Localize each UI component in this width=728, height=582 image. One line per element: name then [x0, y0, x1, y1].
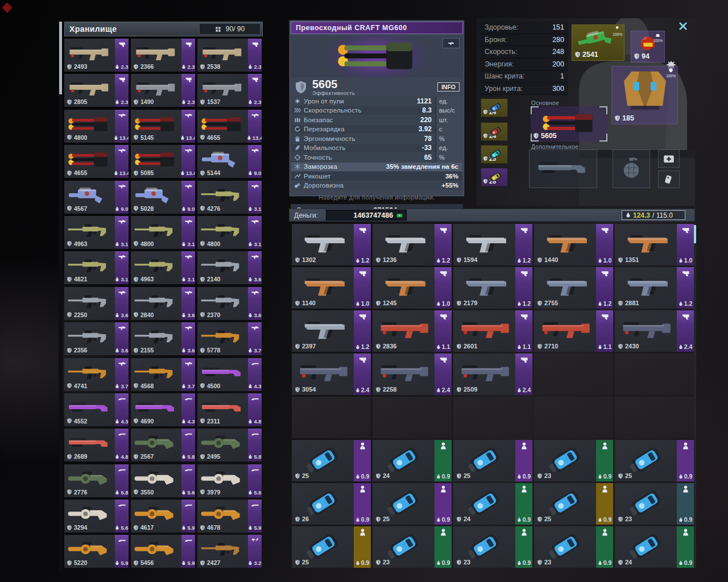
item-cell[interactable]: 0.925 — [373, 483, 452, 525]
item-cell[interactable]: 3.75778 — [197, 322, 262, 355]
item-cell[interactable]: 2.43054 — [292, 354, 371, 395]
item-cell[interactable]: 0.925 — [292, 440, 371, 481]
item-cell[interactable]: 0.923 — [453, 526, 532, 568]
item-cell[interactable]: 4.82689 — [64, 429, 129, 462]
item-cell[interactable]: 3.14821 — [64, 251, 129, 284]
quick-slot[interactable]: 26 — [481, 168, 508, 186]
primary-weapon-slot[interactable]: 5605 — [531, 106, 607, 142]
item-cell[interactable]: 1.01140 — [292, 267, 371, 309]
item-cell[interactable]: 1.01351 — [615, 224, 694, 265]
item-cell[interactable]: 3.14800 — [131, 216, 195, 249]
grenade-slot[interactable] — [613, 149, 650, 188]
item-cell[interactable]: 3.22427 — [197, 535, 262, 568]
tag-slot[interactable] — [658, 171, 680, 188]
item-cell[interactable]: 5.95456 — [131, 535, 195, 568]
item-cell[interactable]: 1.21594 — [453, 224, 532, 265]
item-cell[interactable]: 3.62356 — [64, 322, 129, 355]
item-cell[interactable]: 2.42509 — [453, 354, 532, 395]
grid-view-icon[interactable] — [215, 26, 221, 32]
item-cell[interactable]: 2.32366 — [131, 39, 195, 72]
quick-slot[interactable]: 24 — [481, 98, 508, 117]
item-cell[interactable]: 1.01245 — [373, 267, 452, 309]
item-cell[interactable]: 1.12601 — [453, 310, 532, 352]
item-cell[interactable]: 4.34690 — [131, 393, 195, 426]
item-cell[interactable]: 5.82495 — [197, 429, 262, 462]
item-cell[interactable]: 1.21302 — [292, 224, 371, 265]
inventory-scrollbar-handle[interactable] — [694, 225, 696, 243]
secondary-weapon-slot[interactable] — [529, 149, 597, 188]
item-cell[interactable]: 2.32538 — [197, 39, 262, 72]
item-cell[interactable]: 1.12836 — [373, 310, 452, 352]
equipped-gadget-slot[interactable]: 100% 2541 — [572, 24, 624, 61]
item-cell[interactable]: 0.923 — [534, 526, 613, 568]
item-cell[interactable]: 0.924 — [373, 440, 452, 481]
item-cell[interactable]: 0.924 — [615, 526, 694, 568]
item-cell[interactable]: 13.44655 — [64, 145, 129, 178]
item-cell[interactable]: 2.42258 — [373, 354, 452, 395]
storage-scrollbar-handle[interactable] — [59, 22, 62, 94]
item-cell[interactable]: 3.14276 — [197, 181, 262, 214]
item-cell[interactable]: 13.45145 — [131, 110, 195, 143]
item-cell[interactable]: 13.44800 — [64, 110, 129, 143]
info-button[interactable]: INFO — [437, 82, 460, 92]
item-cell[interactable]: 0.924 — [453, 483, 532, 525]
item-cell[interactable]: 2.42430 — [615, 310, 694, 352]
item-cell[interactable]: 4.82311 — [197, 393, 262, 426]
item-cell[interactable]: 2.32493 — [64, 39, 129, 72]
quick-slot[interactable]: 24 — [481, 122, 508, 141]
item-cell[interactable]: 3.62155 — [131, 322, 195, 355]
item-cell[interactable]: 3.74568 — [131, 358, 195, 391]
item-cell[interactable]: 3.14800 — [197, 216, 262, 249]
medkit-slot[interactable] — [658, 149, 680, 168]
item-cell[interactable]: 0.923 — [373, 526, 452, 568]
item-cell[interactable]: 5.63294 — [64, 500, 129, 533]
storage-scrollbar[interactable] — [59, 22, 63, 573]
item-cell[interactable]: 1.22881 — [615, 267, 694, 309]
item-cell[interactable]: 2.31490 — [131, 74, 195, 107]
item-cell[interactable]: 1.22397 — [292, 310, 371, 352]
item-cell[interactable]: 1.22755 — [534, 267, 613, 309]
shield-icon — [456, 300, 462, 306]
item-cell[interactable]: 2.31537 — [197, 74, 262, 107]
equipped-helmet-slot[interactable]: 100% 94 — [631, 31, 665, 63]
equipped-chest-slot[interactable]: 100% 185 — [611, 66, 678, 124]
item-cell[interactable]: 1.12710 — [534, 310, 613, 352]
item-cell[interactable]: 3.14963 — [64, 216, 129, 249]
item-cell[interactable]: 3.14963 — [131, 251, 195, 284]
shield-icon — [375, 516, 381, 522]
item-cell[interactable]: 0.925 — [453, 440, 532, 481]
item-cell[interactable]: 0.923 — [615, 483, 694, 525]
item-cell[interactable]: 3.62250 — [64, 287, 129, 320]
item-cell[interactable]: 3.62140 — [197, 251, 262, 284]
item-cell[interactable]: 5.94617 — [131, 500, 195, 533]
item-cell[interactable]: 0.925 — [534, 483, 613, 525]
item-cell[interactable]: 13.44655 — [197, 110, 262, 143]
item-cell[interactable]: 1.21236 — [373, 224, 452, 265]
item-cell[interactable]: 5.63550 — [131, 464, 195, 497]
item-cell[interactable]: 4.34552 — [64, 393, 129, 426]
item-cell[interactable]: 0.925 — [292, 526, 371, 568]
item-cell[interactable]: 3.74741 — [64, 358, 129, 391]
item-cell[interactable]: 9.05028 — [131, 181, 195, 214]
item-cell[interactable]: 5.95220 — [64, 535, 129, 568]
item-cell[interactable]: 3.62840 — [131, 287, 195, 320]
item-cell[interactable]: 0.925 — [615, 440, 694, 481]
item-cell[interactable]: 5.82567 — [131, 429, 195, 462]
item-cell[interactable]: 5.94678 — [197, 500, 262, 533]
item-cell[interactable]: 5.63979 — [197, 464, 262, 497]
item-cell[interactable]: 1.22179 — [453, 267, 532, 309]
inventory-scrollbar[interactable] — [694, 224, 696, 568]
pistol-icon — [439, 355, 448, 364]
item-cell[interactable]: 13.45085 — [131, 145, 195, 178]
item-cell[interactable]: 3.62370 — [197, 287, 262, 320]
item-cell[interactable]: 9.04567 — [64, 181, 129, 214]
item-cell[interactable]: 2.32805 — [64, 74, 129, 107]
item-cell[interactable]: 0.926 — [292, 483, 371, 525]
item-cell[interactable]: 0.923 — [534, 440, 613, 481]
item-cell[interactable]: 5.82776 — [64, 464, 129, 497]
item-cell[interactable]: 1.01440 — [534, 224, 613, 265]
item-cell[interactable]: 9.05144 — [197, 145, 262, 178]
item-cell[interactable]: 4.34500 — [197, 358, 262, 391]
close-button[interactable] — [677, 20, 689, 32]
quick-slot[interactable]: 25 — [481, 145, 508, 164]
